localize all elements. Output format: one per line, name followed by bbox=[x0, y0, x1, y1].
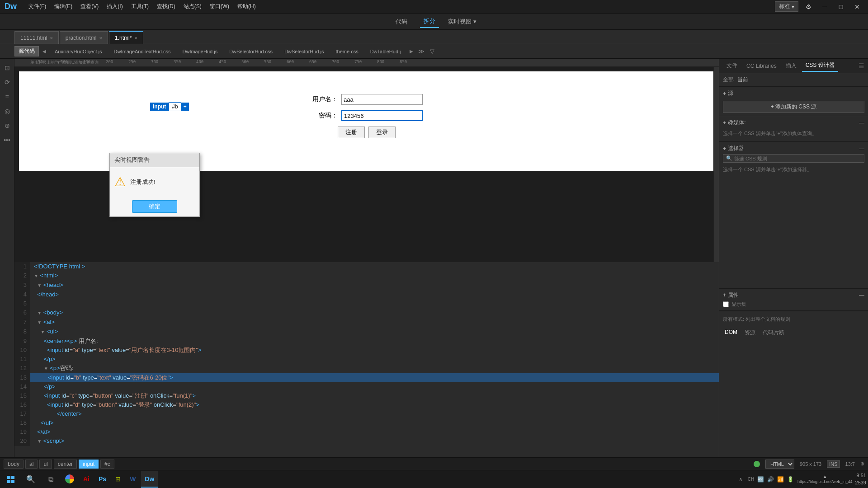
input-tag-id: #b bbox=[169, 102, 181, 111]
snippets-tab[interactable]: 代码片断 bbox=[761, 328, 786, 338]
bc-input[interactable]: input bbox=[79, 460, 99, 469]
tab-1html-close[interactable]: × bbox=[134, 35, 137, 41]
code-line-15: 15 <input id="c" type="button" value="注册… bbox=[14, 391, 719, 400]
menu-site[interactable]: 站点(S) bbox=[180, 2, 205, 11]
rpanel-tab-file[interactable]: 文件 bbox=[723, 60, 741, 71]
tray-network[interactable]: 📶 bbox=[777, 475, 785, 483]
menu-window[interactable]: 窗口(W) bbox=[206, 2, 233, 11]
sources-label: 源 bbox=[728, 89, 733, 97]
sidebar-icon-2[interactable]: ⟳ bbox=[2, 77, 13, 88]
taskview-button[interactable]: ⧉ bbox=[42, 471, 60, 488]
menu-help[interactable]: 帮助(H) bbox=[234, 2, 259, 11]
bc-al[interactable]: al bbox=[25, 460, 38, 469]
selector-search-box[interactable]: 🔍 bbox=[723, 154, 864, 163]
rpanel-tab-cclib[interactable]: CC Libraries bbox=[743, 61, 780, 71]
collapse-attr-icon[interactable]: — bbox=[859, 292, 864, 298]
settings-button[interactable]: ⚙ bbox=[802, 2, 815, 11]
tray-lang[interactable]: 🔤 bbox=[757, 475, 765, 483]
live-view-dropdown[interactable]: 实时视图 ▾ bbox=[448, 18, 476, 26]
taskbar-ps[interactable]: Ps bbox=[95, 471, 110, 488]
split-view-button[interactable]: 拆分 bbox=[420, 15, 439, 28]
selector-search-input[interactable] bbox=[734, 156, 861, 161]
source-code-button[interactable]: 源代码 bbox=[14, 46, 39, 56]
rpanel-tab-insert[interactable]: 插入 bbox=[782, 60, 800, 71]
code-line-1: 1 <!DOCTYPE html > bbox=[14, 262, 719, 271]
sidebar-icon-4[interactable]: ◎ bbox=[2, 106, 13, 117]
taskbar-win[interactable]: ⊞ bbox=[112, 471, 124, 488]
expand-selector-icon[interactable]: + bbox=[723, 145, 726, 152]
start-button[interactable] bbox=[2, 471, 20, 488]
register-button[interactable]: 注册 bbox=[338, 127, 365, 138]
preview-scrollbar[interactable] bbox=[713, 67, 719, 262]
panel-collapse-icon[interactable]: ☰ bbox=[859, 62, 864, 70]
more-files-button[interactable]: ≫ bbox=[417, 47, 426, 56]
all-label[interactable]: 全部 bbox=[723, 76, 734, 84]
file-tab-0[interactable]: AuxiliaryHudObject.js bbox=[50, 47, 107, 56]
collapse-media-icon[interactable]: — bbox=[859, 120, 864, 126]
username-input[interactable] bbox=[341, 94, 423, 105]
tab-11111-close[interactable]: × bbox=[50, 35, 52, 41]
sidebar-icon-5[interactable]: ⊕ bbox=[2, 120, 13, 131]
tab-praction-close[interactable]: × bbox=[99, 35, 102, 41]
tray-expand[interactable]: ∧ bbox=[737, 475, 745, 483]
login-button[interactable]: 登录 bbox=[368, 127, 396, 138]
file-tab-1[interactable]: DwImageAndTextHud.css bbox=[109, 47, 176, 56]
file-tab-5[interactable]: theme.css bbox=[331, 47, 363, 56]
taskbar-chrome[interactable] bbox=[61, 471, 78, 488]
zoom-icon[interactable]: ⊕ bbox=[860, 461, 864, 467]
menu-file[interactable]: 文件(F) bbox=[25, 2, 50, 11]
maximize-button[interactable]: □ bbox=[835, 2, 847, 11]
taskbar-dw[interactable]: Dw bbox=[141, 471, 158, 488]
file-tab-4[interactable]: DwSelectorHud.js bbox=[279, 47, 329, 56]
menu-tools[interactable]: 工具(T) bbox=[127, 2, 152, 11]
menu-view[interactable]: 查看(V) bbox=[77, 2, 102, 11]
menu-insert[interactable]: 插入(I) bbox=[103, 2, 126, 11]
expand-attr-icon[interactable]: + bbox=[723, 292, 726, 298]
file-tab-6[interactable]: DwTableHud.j bbox=[365, 47, 406, 56]
tray-volume[interactable]: 🔊 bbox=[767, 475, 775, 483]
tab-1html[interactable]: 1.html* × bbox=[109, 31, 143, 44]
file-tab-2[interactable]: DwImageHud.js bbox=[178, 47, 223, 56]
minimize-button[interactable]: ─ bbox=[818, 2, 831, 11]
taskbar-word[interactable]: W bbox=[126, 471, 139, 488]
menu-find[interactable]: 查找(D) bbox=[153, 2, 179, 11]
tray-ch[interactable]: CH bbox=[747, 475, 755, 483]
bc-center[interactable]: center bbox=[54, 460, 77, 469]
expand-sources-icon[interactable]: + bbox=[723, 90, 726, 97]
dom-tab[interactable]: DOM bbox=[723, 328, 739, 338]
language-dropdown[interactable]: HTML bbox=[765, 460, 794, 469]
source-next-button[interactable]: ▶ bbox=[408, 47, 415, 56]
tab-11111[interactable]: 11111.html × bbox=[14, 31, 59, 44]
ins-mode[interactable]: INS bbox=[827, 460, 840, 468]
tab-11111-label: 11111.html bbox=[20, 35, 47, 41]
password-input[interactable] bbox=[341, 110, 423, 121]
code-line-7: 7 ▼ <al> bbox=[14, 318, 719, 327]
collapse-selector-icon[interactable]: — bbox=[859, 145, 864, 152]
sidebar-icon-3[interactable]: ≡ bbox=[2, 91, 13, 102]
sidebar-icon-1[interactable]: ⊡ bbox=[2, 62, 13, 73]
resources-tab[interactable]: 资源 bbox=[743, 328, 757, 338]
show-set-checkbox[interactable] bbox=[723, 301, 729, 307]
tray-battery[interactable]: 🔋 bbox=[787, 475, 795, 483]
source-bar: 源代码 ◀ AuxiliaryHudObject.js DwImageAndTe… bbox=[0, 44, 868, 59]
add-css-source-button[interactable]: + 添加新的 CSS 源 bbox=[723, 101, 864, 113]
code-view-button[interactable]: 代码 bbox=[392, 16, 411, 28]
bc-ul[interactable]: ul bbox=[39, 460, 52, 469]
bc-body[interactable]: body bbox=[4, 460, 24, 469]
input-tag-plus[interactable]: + bbox=[181, 103, 189, 111]
standard-dropdown[interactable]: 标准 ▾ bbox=[775, 1, 798, 12]
source-prev-button[interactable]: ◀ bbox=[41, 47, 48, 56]
rpanel-tab-css[interactable]: CSS 设计器 bbox=[802, 60, 838, 72]
file-tab-3[interactable]: DwSelectorHud.css bbox=[224, 47, 278, 56]
search-button[interactable]: 🔍 bbox=[22, 471, 40, 488]
dialog-ok-button[interactable]: 确定 bbox=[132, 200, 177, 213]
taskbar-adobe[interactable]: Ai bbox=[80, 471, 93, 488]
close-button[interactable]: ✕ bbox=[851, 2, 863, 11]
tab-praction[interactable]: praction.html × bbox=[60, 31, 108, 44]
filter-button[interactable]: ▽ bbox=[428, 47, 437, 56]
sidebar-icon-6[interactable]: ••• bbox=[2, 135, 13, 145]
bc-hashc[interactable]: #c bbox=[100, 460, 114, 469]
current-label[interactable]: 当前 bbox=[737, 76, 748, 84]
menu-edit[interactable]: 编辑(E) bbox=[51, 2, 76, 11]
expand-media-icon[interactable]: + bbox=[723, 120, 726, 126]
